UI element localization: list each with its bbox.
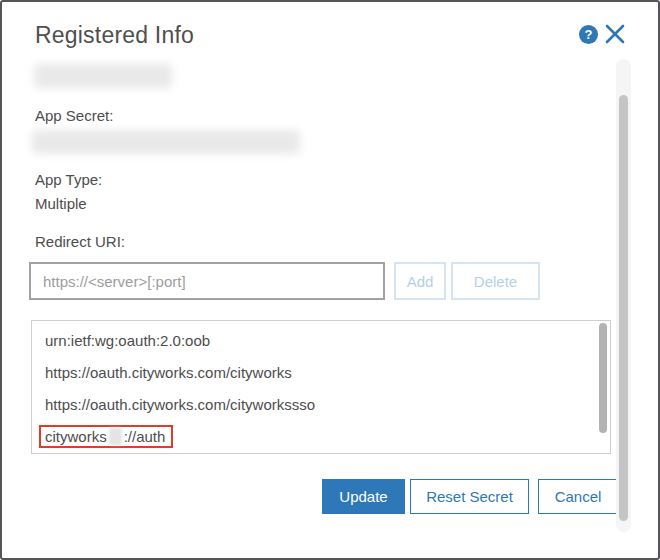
app-id-redacted-value <box>34 64 172 88</box>
app-type-label: App Type: <box>35 171 102 188</box>
red-highlight-box: cityworks ://auth <box>39 425 173 448</box>
redirect-uri-input[interactable] <box>29 262 385 300</box>
redirect-uri-list[interactable]: urn:ietf:wg:oauth:2.0:oob https://oauth.… <box>31 320 611 454</box>
delete-button[interactable]: Delete <box>451 262 540 300</box>
list-item-text: urn:ietf:wg:oauth:2.0:oob <box>45 332 210 349</box>
app-secret-redacted-value <box>32 130 300 154</box>
redirect-uri-label: Redirect URI: <box>35 233 125 250</box>
update-button[interactable]: Update <box>322 479 405 514</box>
list-item-text: https://oauth.cityworks.com/cityworks <box>45 364 292 381</box>
add-button[interactable]: Add <box>394 262 446 300</box>
registered-info-dialog: Registered Info ? App Secret: App Type: … <box>0 0 660 560</box>
help-icon: ? <box>585 28 593 41</box>
list-scrollbar-thumb[interactable] <box>599 323 607 433</box>
reset-secret-button[interactable]: Reset Secret <box>410 479 529 514</box>
cancel-button[interactable]: Cancel <box>538 479 618 514</box>
list-item-highlighted[interactable]: cityworks ://auth <box>32 420 610 452</box>
list-item-text: https://oauth.cityworks.com/cityworkssso <box>45 396 315 413</box>
redirect-scheme-redacted-segment <box>109 428 122 445</box>
help-button[interactable]: ? <box>579 25 598 44</box>
dialog-scrollbar-track[interactable] <box>616 59 631 532</box>
list-item-text-prefix: cityworks <box>45 428 107 445</box>
dialog-title: Registered Info <box>35 22 194 49</box>
dialog-scrollbar-thumb[interactable] <box>619 95 628 521</box>
app-type-value: Multiple <box>35 195 87 212</box>
app-secret-label: App Secret: <box>35 107 113 124</box>
list-item[interactable]: https://oauth.cityworks.com/cityworks <box>32 356 610 388</box>
list-item-text-suffix: ://auth <box>124 428 166 445</box>
list-item[interactable]: urn:ietf:wg:oauth:2.0:oob <box>32 324 610 356</box>
close-icon[interactable] <box>604 23 626 45</box>
list-item[interactable]: https://oauth.cityworks.com/cityworkssso <box>32 388 610 420</box>
